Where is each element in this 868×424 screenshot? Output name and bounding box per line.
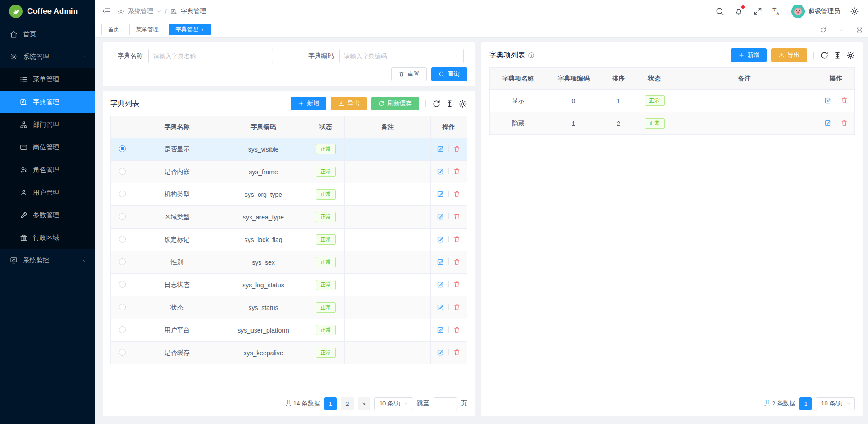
topbar: 系统管理 / 字典管理 文A 超级管理员 — [95, 0, 868, 23]
fullscreen-icon[interactable] — [753, 7, 762, 16]
delete-icon[interactable] — [453, 167, 461, 175]
next-page-button[interactable]: > — [358, 397, 370, 410]
row-radio[interactable] — [119, 168, 126, 175]
export-dict-item-button[interactable]: 导出 — [771, 48, 807, 62]
refresh-table-icon[interactable] — [820, 51, 829, 60]
row-radio[interactable] — [119, 304, 126, 310]
table-row[interactable]: 隐藏 1 2 正常 — [490, 112, 855, 135]
translate-icon[interactable]: 文A — [772, 7, 781, 16]
row-radio[interactable] — [119, 326, 126, 333]
delete-icon[interactable] — [840, 96, 848, 104]
sidebar-item-home[interactable]: 首页 — [0, 23, 95, 45]
row-height-icon[interactable] — [833, 51, 842, 60]
edit-icon[interactable] — [437, 213, 444, 220]
edit-icon[interactable] — [437, 303, 444, 311]
page-2-button[interactable]: 2 — [341, 397, 354, 410]
sidebar-group-system[interactable]: 系统管理 — [0, 45, 95, 68]
tab-options-chevron[interactable] — [832, 23, 850, 37]
delete-icon[interactable] — [453, 348, 461, 356]
delete-icon[interactable] — [453, 258, 461, 266]
collapse-sidebar-icon[interactable] — [102, 7, 111, 16]
edit-icon[interactable] — [437, 326, 444, 333]
table-row[interactable]: 用户平台 sys_user_platform 正常 — [111, 319, 467, 342]
row-radio[interactable] — [119, 258, 126, 265]
settings-gear-icon[interactable] — [850, 7, 859, 16]
sidebar-item-menu-mgmt[interactable]: 菜单管理 — [0, 68, 95, 91]
delete-icon[interactable] — [453, 303, 461, 311]
tab-close-icon[interactable]: x — [201, 27, 204, 32]
page-size-select[interactable]: 10 条/页 — [816, 397, 855, 410]
sidebar-item-param-mgmt[interactable]: 参数管理 — [0, 204, 95, 226]
search-icon[interactable] — [715, 7, 724, 16]
row-radio[interactable] — [119, 281, 126, 288]
export-dict-button[interactable]: 导出 — [331, 97, 367, 110]
dict-code-input[interactable] — [339, 49, 464, 63]
edit-icon[interactable] — [824, 96, 832, 104]
tab-refresh-button[interactable] — [814, 23, 832, 37]
table-row[interactable]: 状态 sys_status 正常 — [111, 296, 467, 319]
delete-icon[interactable] — [453, 190, 461, 198]
edit-icon[interactable] — [437, 190, 444, 198]
refresh-table-icon[interactable] — [432, 100, 441, 108]
delete-icon[interactable] — [453, 145, 461, 152]
refresh-cache-button[interactable]: 刷新缓存 — [371, 97, 419, 110]
table-row[interactable]: 是否显示 sys_visible 正常 — [111, 138, 467, 161]
delete-icon[interactable] — [453, 326, 461, 333]
dictionary-icon — [170, 8, 177, 15]
page-1-button[interactable]: 1 — [799, 397, 812, 410]
table-row[interactable]: 区域类型 sys_area_type 正常 — [111, 206, 467, 229]
sidebar-item-post-mgmt[interactable]: 岗位管理 — [0, 136, 95, 158]
edit-icon[interactable] — [437, 348, 444, 356]
tab-dict-mgmt[interactable]: 字典管理 x — [169, 24, 211, 35]
table-row[interactable]: 是否内嵌 sys_frame 正常 — [111, 161, 467, 183]
row-radio[interactable] — [119, 236, 126, 243]
add-dict-item-button[interactable]: 新增 — [731, 48, 767, 62]
edit-icon[interactable] — [824, 119, 832, 127]
table-row[interactable]: 显示 0 1 正常 — [490, 90, 855, 112]
notification-bell-icon[interactable] — [734, 7, 743, 16]
page-size-select[interactable]: 10 条/页 — [374, 397, 413, 410]
query-button[interactable]: 查询 — [431, 67, 467, 81]
table-row[interactable]: 锁定标记 sys_lock_flag 正常 — [111, 229, 467, 251]
row-radio[interactable] — [119, 213, 126, 220]
tab-menu-mgmt[interactable]: 菜单管理 — [129, 24, 165, 35]
dict-code-label: 字典编码 — [301, 52, 334, 60]
list-icon — [20, 76, 28, 83]
delete-icon[interactable] — [453, 213, 461, 220]
sidebar-item-dept-mgmt[interactable]: 部门管理 — [0, 113, 95, 136]
delete-icon[interactable] — [453, 235, 461, 243]
tab-home[interactable]: 首页 — [101, 24, 126, 35]
dict-name-input[interactable] — [148, 49, 273, 63]
edit-icon[interactable] — [437, 258, 444, 266]
delete-icon[interactable] — [840, 119, 848, 127]
tab-maximize-button[interactable] — [850, 23, 868, 37]
sidebar-item-user-mgmt[interactable]: 用户管理 — [0, 181, 95, 204]
edit-icon[interactable] — [437, 281, 444, 288]
breadcrumb-parent[interactable]: 系统管理 — [128, 7, 153, 15]
column-settings-gear-icon[interactable] — [846, 51, 855, 60]
table-row[interactable]: 性别 sys_sex 正常 — [111, 251, 467, 274]
row-radio[interactable] — [119, 349, 126, 356]
table-row[interactable]: 机构类型 sys_org_type 正常 — [111, 183, 467, 206]
reset-button[interactable]: 重置 — [391, 67, 427, 81]
table-row[interactable]: 是否缓存 sys_keepalive 正常 — [111, 342, 467, 364]
page-1-button[interactable]: 1 — [324, 397, 337, 410]
row-radio[interactable] — [119, 145, 126, 152]
jump-page-input[interactable] — [434, 397, 457, 410]
delete-icon[interactable] — [453, 281, 461, 288]
table-row[interactable]: 日志状态 sys_log_status 正常 — [111, 274, 467, 296]
sidebar-item-dict-mgmt[interactable]: 字典管理 — [0, 91, 95, 113]
edit-icon[interactable] — [437, 235, 444, 243]
row-radio[interactable] — [119, 191, 126, 197]
edit-icon[interactable] — [437, 145, 444, 152]
column-settings-gear-icon[interactable] — [458, 100, 467, 108]
user-menu[interactable]: 超级管理员 — [791, 5, 840, 18]
edit-icon[interactable] — [437, 167, 444, 175]
plus-icon — [298, 100, 304, 107]
sidebar-item-role-mgmt[interactable]: 角色管理 — [0, 158, 95, 181]
add-dict-button[interactable]: 新增 — [291, 97, 326, 110]
row-height-icon[interactable] — [445, 100, 454, 108]
app-logo[interactable]: Coffee Admin — [0, 0, 95, 23]
sidebar-group-monitor[interactable]: 系统监控 — [0, 249, 95, 272]
sidebar-item-admin-region[interactable]: 行政区域 — [0, 226, 95, 249]
